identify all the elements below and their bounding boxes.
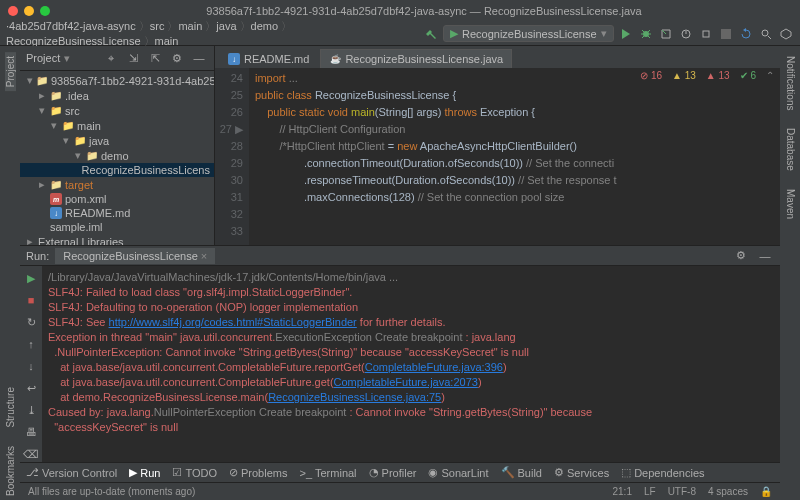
console-line[interactable]: Exception in thread "main" java.util.con… bbox=[48, 330, 774, 345]
run-settings-icon[interactable]: ⚙ bbox=[732, 247, 750, 265]
hammer-build-icon[interactable] bbox=[423, 25, 439, 43]
console-line[interactable]: SLF4J: Defaulting to no-operation (NOP) … bbox=[48, 300, 774, 315]
print-icon[interactable]: 🖶 bbox=[22, 424, 40, 440]
editor-tab[interactable]: ☕RecognizeBusinessLicense.java bbox=[320, 49, 512, 68]
scroll-end-icon[interactable]: ⤓ bbox=[22, 402, 40, 418]
breadcrumb-item[interactable]: RecognizeBusinessLicense bbox=[6, 35, 141, 47]
breadcrumb-item[interactable]: java bbox=[216, 20, 236, 32]
run-tab[interactable]: RecognizeBusinessLicense × bbox=[55, 248, 215, 264]
tree-node[interactable]: sample.iml bbox=[20, 220, 214, 234]
caret-position[interactable]: 21:1 bbox=[612, 486, 631, 497]
file-encoding[interactable]: UTF-8 bbox=[668, 486, 696, 497]
code-line[interactable]: public class RecognizeBusinessLicense { bbox=[255, 87, 780, 104]
code-line[interactable]: .connectionTimeout(Duration.ofSeconds(10… bbox=[255, 155, 780, 172]
tree-node[interactable]: ▾demo bbox=[20, 148, 214, 163]
console-line[interactable]: SLF4J: See http://www.slf4j.org/codes.ht… bbox=[48, 315, 774, 330]
expand-all-icon[interactable]: ⇲ bbox=[124, 49, 142, 67]
debug-icon[interactable] bbox=[638, 25, 654, 43]
line-number[interactable]: 24 bbox=[217, 70, 243, 87]
stop-icon[interactable] bbox=[718, 25, 734, 43]
bookmarks-tool-tab[interactable]: Bookmarks bbox=[5, 442, 16, 500]
run-config-dropdown[interactable]: ▶ RecognizeBusinessLicense ▾ bbox=[443, 25, 614, 42]
chevron-icon[interactable]: ▾ bbox=[39, 104, 47, 117]
stop-run-icon[interactable]: ■ bbox=[22, 292, 40, 308]
code-line[interactable]: .maxConnections(128) // Set the connecti… bbox=[255, 189, 780, 206]
run-icon[interactable] bbox=[618, 25, 634, 43]
tool-window-sonarlint[interactable]: ◉SonarLint bbox=[428, 466, 488, 479]
tool-window-problems[interactable]: ⊘Problems bbox=[229, 466, 287, 479]
editor-tab[interactable]: ↓README.md bbox=[219, 49, 318, 68]
hide-tool-icon[interactable]: — bbox=[190, 49, 208, 67]
tool-window-build[interactable]: 🔨Build bbox=[501, 466, 542, 479]
line-separator[interactable]: LF bbox=[644, 486, 656, 497]
code-line[interactable]: // HttpClient Configuration bbox=[255, 121, 780, 138]
inspection-status[interactable]: ⊘ 16 ▲ 13 ▲ 13 ✔ 6 ⌃ bbox=[640, 70, 774, 81]
tool-window-terminal[interactable]: >_Terminal bbox=[299, 467, 356, 479]
close-window-icon[interactable] bbox=[8, 6, 18, 16]
tree-node[interactable]: ▾main bbox=[20, 118, 214, 133]
line-number[interactable]: 32 bbox=[217, 206, 243, 223]
structure-tool-tab[interactable]: Structure bbox=[5, 383, 16, 432]
minimize-window-icon[interactable] bbox=[24, 6, 34, 16]
code-line[interactable]: /*HttpClient httpClient = new ApacheAsyn… bbox=[255, 138, 780, 155]
rerun-icon[interactable]: ▶ bbox=[22, 270, 40, 286]
tree-node[interactable]: ▸External Libraries bbox=[20, 234, 214, 245]
chevron-icon[interactable]: ▸ bbox=[27, 235, 35, 245]
tool-window-profiler[interactable]: ◔Profiler bbox=[369, 466, 417, 479]
search-icon[interactable] bbox=[758, 25, 774, 43]
line-number[interactable]: 31 bbox=[217, 189, 243, 206]
code-line[interactable]: public static void main(String[] args) t… bbox=[255, 104, 780, 121]
attach-icon[interactable] bbox=[698, 25, 714, 43]
line-number[interactable]: 26 bbox=[217, 104, 243, 121]
console-line[interactable]: at demo.RecognizeBusinessLicense.main(Re… bbox=[48, 390, 774, 405]
tree-node[interactable]: mpom.xml bbox=[20, 192, 214, 206]
tool-window-dependencies[interactable]: ⬚Dependencies bbox=[621, 466, 704, 479]
tool-window-version control[interactable]: ⎇Version Control bbox=[26, 466, 117, 479]
tree-node[interactable]: ▸target bbox=[20, 177, 214, 192]
console-line[interactable]: Caused by: java.lang.NullPointerExceptio… bbox=[48, 405, 774, 420]
notifications-tool-tab[interactable]: Notifications bbox=[785, 52, 796, 114]
chevron-icon[interactable]: ▾ bbox=[27, 74, 33, 87]
tool-window-services[interactable]: ⚙Services bbox=[554, 466, 609, 479]
project-dropdown[interactable]: Project bbox=[26, 52, 60, 64]
tree-node[interactable]: ▾src bbox=[20, 103, 214, 118]
indent-setting[interactable]: 4 spaces bbox=[708, 486, 748, 497]
update-icon[interactable] bbox=[738, 25, 754, 43]
restart-icon[interactable]: ↻ bbox=[22, 314, 40, 330]
coverage-icon[interactable] bbox=[658, 25, 674, 43]
zoom-window-icon[interactable] bbox=[40, 6, 50, 16]
line-number[interactable]: 29 bbox=[217, 155, 243, 172]
profile-icon[interactable] bbox=[678, 25, 694, 43]
gutter[interactable]: 24252627 ▶282930313233 bbox=[215, 68, 249, 245]
database-tool-tab[interactable]: Database bbox=[785, 124, 796, 175]
console-line[interactable]: .NullPointerException: Cannot invoke "St… bbox=[48, 345, 774, 360]
chevron-icon[interactable]: ▾ bbox=[51, 119, 59, 132]
line-number[interactable]: 33 bbox=[217, 223, 243, 240]
select-opened-icon[interactable]: ⌖ bbox=[102, 49, 120, 67]
console-line[interactable]: at java.base/java.util.concurrent.Comple… bbox=[48, 360, 774, 375]
tree-node[interactable]: ▸.idea bbox=[20, 88, 214, 103]
code-area[interactable]: ⊘ 16 ▲ 13 ▲ 13 ✔ 6 ⌃ 24252627 ▶282930313… bbox=[215, 68, 780, 245]
tool-window-todo[interactable]: ☑TODO bbox=[172, 466, 217, 479]
breadcrumb-item[interactable]: src bbox=[150, 20, 165, 32]
tool-window-run[interactable]: ▶Run bbox=[129, 466, 160, 479]
tree-node[interactable]: RecognizeBusinessLicens bbox=[20, 163, 214, 177]
chevron-icon[interactable]: ▾ bbox=[63, 134, 71, 147]
console-line[interactable]: SLF4J: Failed to load class "org.slf4j.i… bbox=[48, 285, 774, 300]
breadcrumb-item[interactable]: demo bbox=[251, 20, 279, 32]
maven-tool-tab[interactable]: Maven bbox=[785, 185, 796, 223]
console-output[interactable]: /Library/Java/JavaVirtualMachines/jdk-17… bbox=[42, 266, 780, 462]
breadcrumb-item[interactable]: ·4ab25d7dbf42-java-async bbox=[6, 20, 136, 32]
breadcrumb-item[interactable]: main bbox=[178, 20, 202, 32]
line-number[interactable]: 28 bbox=[217, 138, 243, 155]
breadcrumb-item[interactable]: main bbox=[155, 35, 179, 47]
down-stack-icon[interactable]: ↓ bbox=[22, 358, 40, 374]
collapse-all-icon[interactable]: ⇱ bbox=[146, 49, 164, 67]
project-tool-tab[interactable]: Project bbox=[5, 52, 16, 91]
line-number[interactable]: 30 bbox=[217, 172, 243, 189]
chevron-icon[interactable]: ▸ bbox=[39, 178, 47, 191]
tree-node[interactable]: ▾java bbox=[20, 133, 214, 148]
line-number[interactable]: 27 ▶ bbox=[217, 121, 243, 138]
chevron-icon[interactable]: ▸ bbox=[39, 89, 47, 102]
tree-node[interactable]: ▾93856a7f-1bb2-4921-931d-4ab25d7c bbox=[20, 73, 214, 88]
